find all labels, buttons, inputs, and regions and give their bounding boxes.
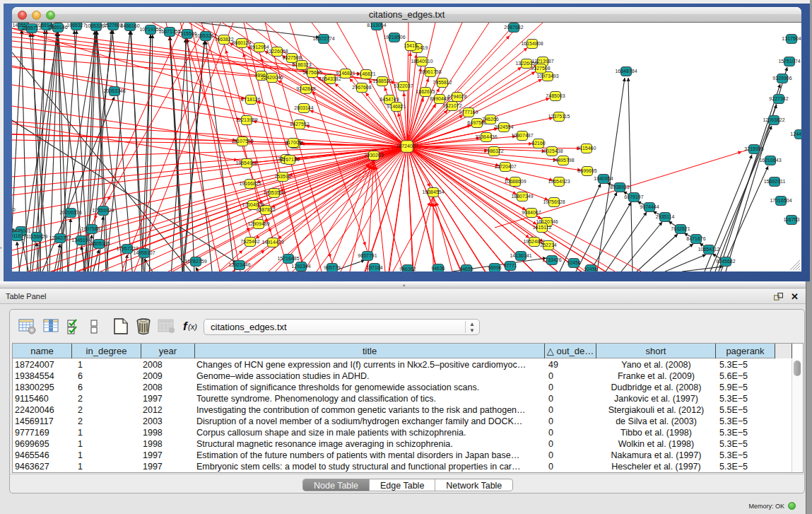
svg-text:753594: 753594: [274, 174, 290, 179]
svg-text:5875685: 5875685: [302, 70, 322, 75]
svg-text:16961758: 16961758: [419, 69, 441, 74]
svg-text:14136141: 14136141: [510, 253, 531, 258]
svg-text:9327508: 9327508: [282, 55, 301, 60]
svg-text:3624554: 3624554: [494, 124, 513, 129]
svg-text:10653267: 10653267: [194, 33, 216, 38]
svg-text:12923446: 12923446: [228, 262, 250, 267]
svg-text:94655: 94655: [459, 267, 473, 271]
svg-text:13226058: 13226058: [515, 61, 537, 66]
svg-text:92456: 92456: [584, 267, 598, 271]
svg-text:94636: 94636: [431, 266, 445, 271]
svg-text:8466160: 8466160: [120, 23, 139, 28]
svg-text:17359924: 17359924: [92, 208, 114, 213]
svg-text:1621072: 1621072: [442, 103, 461, 108]
svg-text:1733426: 1733426: [542, 257, 561, 262]
svg-text:12342757: 12342757: [49, 235, 71, 240]
svg-text:2967608: 2967608: [352, 85, 371, 90]
svg-text:116753: 116753: [784, 217, 800, 222]
svg-text:3215955: 3215955: [744, 146, 763, 151]
svg-text:12353594: 12353594: [263, 190, 285, 195]
svg-text:18572774: 18572774: [312, 36, 334, 41]
svg-text:2087682: 2087682: [504, 25, 523, 30]
svg-text:8313054: 8313054: [367, 23, 386, 28]
svg-text:8471676: 8471676: [686, 236, 705, 241]
svg-text:62160: 62160: [531, 141, 546, 146]
svg-text:9242848: 9242848: [296, 86, 315, 91]
svg-text:17016504: 17016504: [770, 198, 792, 203]
svg-text:7955812: 7955812: [433, 80, 452, 85]
svg-text:14958107: 14958107: [133, 250, 155, 255]
svg-text:1588520: 1588520: [372, 78, 392, 83]
svg-text:2935114: 2935114: [656, 214, 675, 219]
svg-text:(x): (x): [188, 322, 197, 331]
svg-text:2718126: 2718126: [241, 97, 260, 102]
svg-text:18107553: 18107553: [231, 139, 253, 144]
svg-text:3267130: 3267130: [280, 157, 299, 162]
svg-text:9146821: 9146821: [356, 71, 375, 76]
svg-text:22420046: 22420046: [261, 75, 283, 80]
svg-text:9084067: 9084067: [522, 210, 541, 215]
svg-text:8454749: 8454749: [379, 97, 399, 102]
svg-text:7625402: 7625402: [240, 239, 259, 244]
svg-text:13505135: 13505135: [88, 241, 110, 246]
svg-text:16648784: 16648784: [615, 69, 637, 74]
svg-text:15419: 15419: [404, 43, 418, 48]
svg-text:965779: 965779: [324, 265, 340, 270]
svg-text:5587832: 5587832: [256, 207, 275, 212]
svg-text:8660124: 8660124: [232, 40, 251, 45]
svg-text:1362615: 1362615: [416, 89, 435, 94]
svg-text:19756928: 19756928: [543, 199, 565, 204]
svg-text:19975887: 19975887: [81, 226, 102, 231]
svg-text:8186323: 8186323: [292, 62, 311, 67]
svg-text:10025438: 10025438: [541, 148, 563, 153]
svg-text:14495798: 14495798: [552, 158, 574, 163]
svg-text:9674444: 9674444: [640, 204, 659, 209]
svg-text:7485003: 7485003: [546, 93, 565, 98]
svg-text:10807487: 10807487: [511, 133, 533, 138]
svg-text:9699695: 9699695: [577, 168, 596, 173]
svg-text:2930203: 2930203: [364, 153, 383, 158]
svg-text:12213989: 12213989: [235, 117, 257, 122]
svg-text:7986322: 7986322: [484, 148, 503, 153]
svg-text:8990448: 8990448: [430, 96, 449, 101]
svg-text:11156829: 11156829: [26, 234, 47, 239]
svg-text:9115460: 9115460: [577, 146, 596, 151]
svg-text:1065327: 1065327: [66, 23, 86, 28]
svg-text:1640954: 1640954: [594, 176, 613, 181]
svg-text:9657791: 9657791: [358, 253, 377, 258]
svg-text:17004678: 17004678: [242, 202, 264, 207]
svg-text:96996: 96996: [488, 265, 502, 270]
svg-text:19654982: 19654982: [235, 160, 257, 165]
svg-text:16210643: 16210643: [759, 158, 781, 163]
svg-text:7663822: 7663822: [214, 37, 233, 42]
svg-text:252214: 252214: [540, 243, 556, 247]
svg-text:15716485: 15716485: [277, 256, 299, 261]
svg-text:97771: 97771: [503, 263, 517, 268]
svg-text:9227342: 9227342: [769, 96, 788, 101]
svg-text:1317504: 1317504: [782, 36, 801, 41]
svg-text:9146821: 9146821: [336, 71, 355, 76]
svg-text:5322037: 5322037: [394, 83, 413, 88]
svg-text:6879197: 6879197: [624, 194, 643, 199]
svg-text:746266: 746266: [482, 117, 498, 122]
svg-text:9245682: 9245682: [716, 259, 735, 264]
svg-text:9146821: 9146821: [387, 104, 406, 109]
svg-text:20206576: 20206576: [59, 210, 81, 215]
svg-text:8427552: 8427552: [290, 122, 309, 127]
svg-text:2069146: 2069146: [48, 25, 67, 30]
svg-text:92456: 92456: [567, 260, 581, 265]
svg-text:16543382: 16543382: [319, 76, 341, 81]
svg-text:9329906: 9329906: [772, 76, 792, 81]
svg-text:3911817: 3911817: [12, 233, 26, 238]
svg-text:14914479: 14914479: [261, 240, 283, 245]
svg-text:10654112: 10654112: [698, 247, 720, 252]
svg-text:6794028: 6794028: [447, 94, 466, 99]
svg-text:12909489: 12909489: [247, 221, 269, 226]
svg-text:817006: 817006: [285, 140, 301, 145]
svg-text:18640910: 18640910: [411, 59, 433, 64]
svg-text:19166825: 19166825: [239, 181, 261, 186]
svg-text:12375115: 12375115: [548, 114, 570, 119]
svg-text:19218506: 19218506: [383, 35, 405, 40]
svg-text:13226058: 13226058: [266, 49, 288, 54]
svg-text:18807249: 18807249: [511, 194, 533, 199]
